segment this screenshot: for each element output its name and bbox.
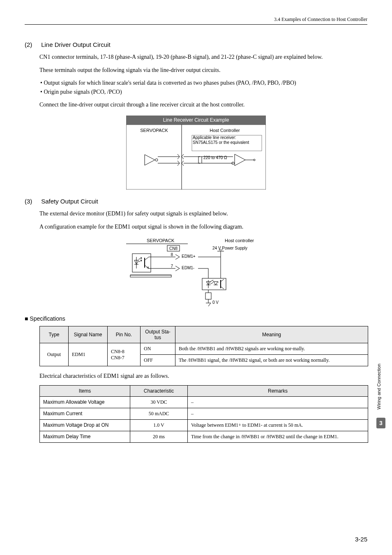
s2-p2: These terminals output the following sig…	[39, 66, 367, 74]
svg-rect-26	[132, 254, 151, 272]
t1-r1-mean: Both the /HWBB1 and /HWBB2 signals are w…	[175, 343, 368, 355]
t2-r2-r: –	[188, 408, 368, 419]
t2-r4-r: Time from the change in /HWBB1 or /HWBB2…	[188, 431, 368, 442]
t2-h1: Items	[40, 385, 130, 396]
t1-h2: Signal Name	[69, 326, 108, 343]
svg-marker-18	[235, 154, 245, 166]
svg-text:EDM1+: EDM1+	[182, 254, 196, 259]
svg-line-59	[213, 281, 214, 282]
s3-p1: The external device monitor (EDM1) for s…	[39, 210, 367, 218]
t2-r1-i: Maximum Allowable Voltage	[40, 396, 130, 408]
svg-line-33	[145, 257, 149, 260]
svg-line-55	[210, 280, 213, 282]
t1-pin: CN8-8 CN8-7	[108, 343, 141, 366]
t1-r2-stat: OFF	[141, 355, 175, 366]
table-row: Maximum Delay Time 20 ms Time from the c…	[40, 431, 368, 442]
svg-line-62	[221, 279, 224, 282]
svg-text:Host Controller: Host Controller	[210, 128, 240, 133]
line-receiver-svg: Line Receiver Circuit Example SERVOPACK …	[126, 116, 266, 190]
breadcrumb: 3.4 Examples of Connection to Host Contr…	[274, 16, 367, 22]
svg-text:0 V: 0 V	[212, 300, 219, 305]
t2-r3-c: 1.0 V	[130, 419, 188, 431]
t2-r3-r: Voltage between EDM1+ to EDM1- at curren…	[188, 419, 368, 431]
t1-h4: Output Sta-tus	[141, 326, 175, 343]
safety-output-svg: SERVOPACK Host controller CN8 8 7 EDM1+ …	[118, 237, 274, 307]
t2-r4-i: Maximum Delay Time	[40, 431, 130, 442]
s2-p3: Connect the line-driver output circuit t…	[39, 101, 367, 109]
svg-text:SERVOPACK: SERVOPACK	[140, 128, 168, 133]
table-row: Items Characteristic Remarks	[40, 385, 368, 396]
svg-text:8: 8	[171, 252, 173, 257]
spec-heading-text: Specifications	[30, 315, 65, 322]
s2-bullet-2: • Origin pulse signals (PCO, /PCO)	[39, 88, 367, 96]
table-row: Type Signal Name Pin No. Output Sta-tus …	[40, 326, 368, 343]
svg-line-31	[138, 260, 142, 262]
spec-p1: Electrical characteristics of EDM1 signa…	[39, 372, 367, 380]
table-row: Output EDM1 CN8-8 CN8-7 ON Both the /HWB…	[40, 343, 368, 355]
svg-text:EDM1-: EDM1-	[182, 266, 194, 270]
spec-heading: Specifications	[25, 315, 367, 322]
section-3-title: Safety Output Circuit	[41, 198, 98, 205]
section-2-number: (2)	[25, 41, 39, 48]
svg-text:220 to 470 Ω: 220 to 470 Ω	[203, 155, 227, 160]
table-row: Maximum Voltage Drop at ON 1.0 V Voltage…	[40, 419, 368, 431]
svg-line-60	[218, 282, 219, 282]
section-3-number: (3)	[25, 198, 39, 205]
svg-text:Host controller: Host controller	[225, 238, 254, 243]
side-label: Wiring and Connection	[376, 358, 381, 415]
t2-r1-r: –	[188, 396, 368, 408]
table-row: Maximum Current 50 mADC –	[40, 408, 368, 419]
svg-point-8	[155, 159, 158, 161]
svg-rect-65	[205, 293, 211, 299]
section-3-heading: (3) Safety Output Circuit	[25, 198, 367, 205]
svg-point-20	[254, 159, 255, 161]
svg-line-30	[138, 258, 142, 259]
svg-text:Line Receiver Circuit Example: Line Receiver Circuit Example	[163, 117, 229, 123]
t2-r3-i: Maximum Voltage Drop at ON	[40, 419, 130, 431]
spec-table-2: Items Characteristic Remarks Maximum All…	[39, 385, 368, 443]
t2-r1-c: 30 VDC	[130, 396, 188, 408]
svg-rect-0	[126, 125, 266, 190]
s3-p2: A configuration example for the EDM1 out…	[39, 223, 367, 231]
svg-line-56	[210, 282, 213, 284]
svg-text:7: 7	[171, 264, 173, 268]
svg-line-63	[221, 287, 224, 289]
t2-r2-c: 50 mADC	[130, 408, 188, 419]
svg-rect-42	[130, 275, 171, 277]
t1-type: Output	[40, 343, 69, 366]
page-header: 3.4 Examples of Connection to Host Contr…	[25, 16, 367, 25]
svg-text:CN8: CN8	[169, 246, 178, 251]
chapter-badge: 3	[376, 418, 385, 428]
svg-rect-13	[198, 157, 202, 163]
t2-r2-i: Maximum Current	[40, 408, 130, 419]
svg-text:24 V Power Supply: 24 V Power Supply	[212, 246, 247, 250]
t1-h5: Meaning	[175, 326, 368, 343]
svg-marker-7	[145, 155, 155, 165]
section-2-heading: (2) Line Driver Output Circuit	[25, 41, 367, 48]
side-tab: Wiring and Connection 3	[376, 358, 388, 432]
t1-h3: Pin No.	[108, 326, 141, 343]
t1-h1: Type	[40, 326, 69, 343]
s2-bullets: • Output signals for which linear scale'…	[39, 79, 367, 96]
t2-h3: Remarks	[188, 385, 368, 396]
svg-marker-57	[214, 282, 218, 285]
t2-r4-c: 20 ms	[130, 431, 188, 442]
svg-text:SERVOPACK: SERVOPACK	[147, 238, 175, 243]
s2-p1: CN1 connector terminals, 17-18 (phase-A …	[39, 53, 367, 61]
table-row: Maximum Allowable Voltage 30 VDC –	[40, 396, 368, 408]
spec-table-1: Type Signal Name Pin No. Output Sta-tus …	[39, 326, 368, 366]
t2-h2: Characteristic	[130, 385, 188, 396]
page-number: 3-25	[355, 536, 367, 543]
s2-bullet-1: • Output signals for which linear scale'…	[39, 79, 367, 87]
section-2-title: Line Driver Output Circuit	[41, 41, 110, 48]
t1-r1-stat: ON	[141, 343, 175, 355]
line-receiver-diagram: Line Receiver Circuit Example SERVOPACK …	[25, 116, 367, 190]
t1-r2-mean: The /HWBB1 signal, the /HWBB2 signal, or…	[175, 355, 368, 366]
safety-output-diagram: SERVOPACK Host controller CN8 8 7 EDM1+ …	[25, 237, 367, 307]
t1-sig: EDM1	[69, 343, 108, 366]
